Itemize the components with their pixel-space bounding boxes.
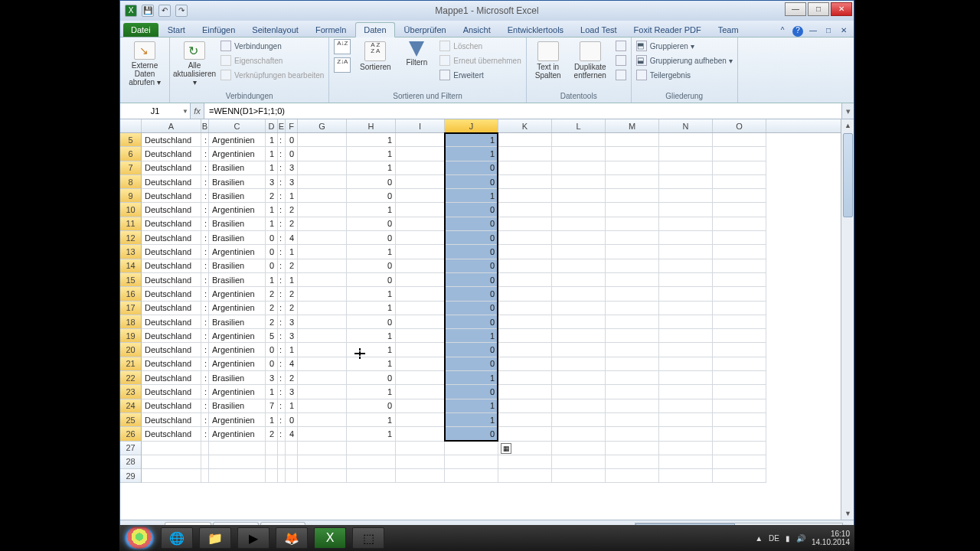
cell[interactable]: 1 xyxy=(266,203,278,217)
cell[interactable] xyxy=(396,217,445,231)
cell[interactable] xyxy=(396,413,445,427)
cell[interactable] xyxy=(606,133,659,147)
cell[interactable] xyxy=(659,231,713,245)
cell[interactable]: Deutschland xyxy=(142,273,201,287)
cell[interactable]: 0 xyxy=(445,315,498,329)
doc-minimize-icon[interactable]: — xyxy=(808,26,818,37)
tab-überprüfen[interactable]: Überprüfen xyxy=(397,23,454,37)
cell[interactable]: 0 xyxy=(347,315,396,329)
cell[interactable] xyxy=(659,442,713,455)
cell[interactable]: : xyxy=(278,343,286,357)
cell[interactable]: : xyxy=(278,371,286,385)
cell[interactable] xyxy=(298,231,347,245)
cell[interactable] xyxy=(396,469,445,483)
row-header[interactable]: 12 xyxy=(120,231,142,245)
cell[interactable] xyxy=(142,455,201,469)
cell[interactable] xyxy=(552,203,606,217)
cell[interactable] xyxy=(659,175,713,189)
cell[interactable]: 2 xyxy=(266,427,278,441)
cell[interactable]: Brasilien xyxy=(209,371,266,385)
cell[interactable]: Argentinien xyxy=(209,133,266,147)
cell[interactable]: : xyxy=(278,133,286,147)
cell[interactable] xyxy=(713,175,766,189)
cell[interactable] xyxy=(498,427,552,441)
cell[interactable] xyxy=(606,203,659,217)
cell[interactable]: 1 xyxy=(347,287,396,301)
cell[interactable] xyxy=(498,161,552,175)
cell[interactable] xyxy=(606,455,659,469)
cell[interactable]: : xyxy=(201,203,209,217)
cell[interactable]: 3 xyxy=(286,315,298,329)
cell[interactable] xyxy=(498,287,552,301)
cell[interactable] xyxy=(713,357,766,371)
cell[interactable] xyxy=(396,133,445,147)
cell[interactable]: 0 xyxy=(347,189,396,203)
cell[interactable] xyxy=(713,189,766,203)
cell[interactable]: : xyxy=(201,231,209,245)
cell[interactable] xyxy=(606,189,659,203)
cell[interactable] xyxy=(713,287,766,301)
cell[interactable] xyxy=(396,455,445,469)
cell[interactable] xyxy=(396,385,445,399)
cell[interactable]: : xyxy=(278,315,286,329)
cell[interactable]: Deutschland xyxy=(142,427,201,441)
formula-bar[interactable] xyxy=(204,103,841,119)
cell[interactable]: Deutschland xyxy=(142,371,201,385)
cell[interactable]: 4 xyxy=(286,427,298,441)
cell[interactable]: Argentinien xyxy=(209,203,266,217)
cell[interactable] xyxy=(552,231,606,245)
cell[interactable] xyxy=(659,455,713,469)
cell[interactable]: 1 xyxy=(266,217,278,231)
cell[interactable]: 2 xyxy=(286,217,298,231)
cell[interactable]: Deutschland xyxy=(142,245,201,259)
cell[interactable] xyxy=(266,455,278,469)
taskbar-app[interactable]: ⬚ xyxy=(352,527,384,549)
row-header[interactable]: 16 xyxy=(120,287,142,301)
cell[interactable] xyxy=(201,442,209,455)
cell[interactable] xyxy=(659,329,713,343)
cell[interactable]: : xyxy=(278,357,286,371)
cell[interactable] xyxy=(552,329,606,343)
cell[interactable] xyxy=(552,399,606,413)
cell[interactable] xyxy=(606,302,659,315)
tab-entwicklertools[interactable]: Entwicklertools xyxy=(500,23,571,37)
cell[interactable]: 1 xyxy=(445,413,498,427)
cell[interactable] xyxy=(498,343,552,357)
cell[interactable]: 1 xyxy=(445,371,498,385)
cell[interactable] xyxy=(552,217,606,231)
cell[interactable] xyxy=(606,357,659,371)
cell[interactable]: 0 xyxy=(445,343,498,357)
cell[interactable]: : xyxy=(278,203,286,217)
cell[interactable]: 1 xyxy=(347,302,396,315)
cell[interactable]: Deutschland xyxy=(142,189,201,203)
cell[interactable]: 0 xyxy=(347,371,396,385)
sort-desc-button[interactable]: Z↓A xyxy=(334,57,351,73)
col-header-C[interactable]: C xyxy=(209,119,266,132)
windows-taskbar[interactable]: 🌐 📁 ▶ 🦊 X ⬚ ▲ DE ▮ 🔊 16:10 14.10.2014 xyxy=(119,525,854,551)
tab-ansicht[interactable]: Ansicht xyxy=(456,23,498,37)
cell[interactable]: : xyxy=(278,175,286,189)
cell[interactable]: 0 xyxy=(347,231,396,245)
taskbar-ie[interactable]: 🌐 xyxy=(161,527,193,549)
cell[interactable] xyxy=(396,399,445,413)
cell[interactable] xyxy=(286,442,298,455)
cell[interactable]: 1 xyxy=(347,161,396,175)
minimize-button[interactable]: — xyxy=(785,2,806,16)
cell[interactable]: 0 xyxy=(266,245,278,259)
cell[interactable] xyxy=(659,357,713,371)
cell[interactable]: : xyxy=(201,343,209,357)
cell[interactable]: 1 xyxy=(445,399,498,413)
cell[interactable] xyxy=(659,189,713,203)
cell[interactable] xyxy=(606,371,659,385)
row-header[interactable]: 23 xyxy=(120,385,142,399)
vertical-scrollbar[interactable]: ▲ ▼ xyxy=(841,119,854,520)
cell[interactable] xyxy=(498,245,552,259)
cell[interactable]: Brasilien xyxy=(209,217,266,231)
cell[interactable]: 2 xyxy=(266,302,278,315)
cell[interactable] xyxy=(606,147,659,161)
cell[interactable] xyxy=(713,231,766,245)
cell[interactable]: : xyxy=(278,245,286,259)
cell[interactable] xyxy=(396,357,445,371)
cell[interactable]: 0 xyxy=(266,259,278,273)
cell[interactable] xyxy=(552,245,606,259)
